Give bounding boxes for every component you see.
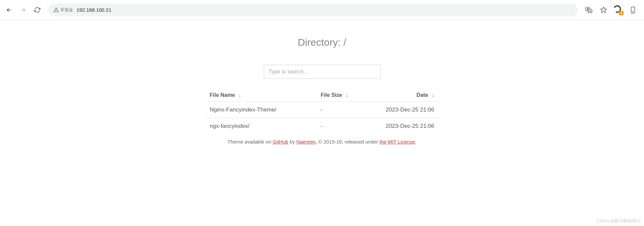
file-listing: File Name ↓ File Size ↓ Date ↓ Nginx-Fan…: [205, 89, 439, 134]
sort-arrow-icon: ↓: [239, 92, 241, 98]
listing-header: File Name ↓ File Size ↓ Date ↓: [205, 89, 439, 101]
file-name: Nginx-Fancyindex-Theme/: [210, 106, 321, 113]
header-name[interactable]: File Name ↓: [210, 92, 321, 98]
back-button[interactable]: [3, 4, 15, 16]
bookmark-star-icon[interactable]: [598, 4, 609, 16]
footer: Theme available on GitHub by Naereen, © …: [228, 139, 416, 145]
github-link[interactable]: GitHub: [273, 139, 288, 145]
browser-toolbar: 不安全 192.168.100.21 1: [0, 0, 644, 20]
watermark: CSDN @睡不醒的猪儿: [597, 218, 641, 224]
svg-rect-2: [631, 7, 635, 12]
file-date: 2023-Dec-25 21:06: [371, 106, 434, 113]
translate-icon[interactable]: [583, 4, 595, 16]
extension-badge-count: 1: [619, 11, 624, 15]
file-size: -: [321, 106, 371, 113]
file-name: ngx-fancyindex/: [210, 123, 321, 130]
sort-arrow-icon: ↓: [432, 92, 434, 98]
header-size[interactable]: File Size ↓: [321, 92, 371, 98]
extension-icon[interactable]: 1: [613, 4, 624, 16]
forward-button[interactable]: [17, 4, 29, 16]
warning-icon: [53, 7, 59, 13]
license-link[interactable]: the MIT License: [380, 139, 415, 145]
search-input[interactable]: [264, 65, 381, 79]
author-link[interactable]: Naereen: [296, 139, 316, 145]
profile-icon[interactable]: [627, 4, 639, 16]
file-size: -: [321, 123, 371, 130]
file-date: 2023-Dec-25 21:06: [371, 123, 434, 130]
reload-button[interactable]: [31, 4, 43, 16]
toolbar-right: 1: [583, 4, 641, 16]
page-content: Directory: / File Name ↓ File Size ↓ Dat…: [0, 20, 644, 145]
header-date[interactable]: Date ↓: [371, 92, 434, 98]
address-bar[interactable]: 不安全 192.168.100.21: [48, 4, 578, 16]
security-label: 不安全: [60, 7, 73, 13]
security-badge: 不安全: [53, 7, 73, 13]
table-row[interactable]: Nginx-Fancyindex-Theme/ - 2023-Dec-25 21…: [205, 101, 439, 118]
page-title: Directory: /: [298, 37, 346, 48]
url-text: 192.168.100.21: [77, 7, 111, 13]
sort-arrow-icon: ↓: [346, 92, 348, 98]
table-row[interactable]: ngx-fancyindex/ - 2023-Dec-25 21:06: [205, 118, 439, 134]
